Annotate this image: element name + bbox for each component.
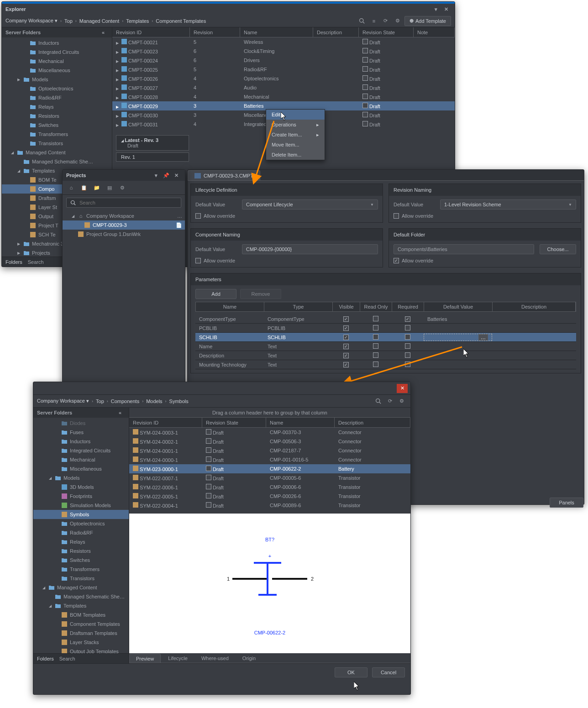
col-header[interactable]: Default Value [443, 304, 473, 309]
revnaming-override-check[interactable]: Allow override [394, 213, 576, 219]
tree-item[interactable]: Inductors [2, 38, 112, 47]
tree-item[interactable]: ▶Models [2, 75, 112, 84]
param-row[interactable]: SCHLIBSCHLIB… [195, 333, 576, 342]
compnaming-override-check[interactable]: Allow override [195, 258, 378, 263]
table-row[interactable]: ▶ CMPT-000246Drivers Draft [112, 56, 455, 65]
state-check[interactable] [362, 94, 368, 99]
tree-item[interactable]: Optoelectronics [33, 519, 129, 528]
tree-item[interactable]: Radio&RF [33, 528, 129, 537]
dialog-close-button[interactable]: ✕ [397, 384, 408, 393]
col-header[interactable]: Note [417, 30, 428, 35]
state-check[interactable] [362, 112, 368, 117]
latest-revision-card[interactable]: ◢ Latest - Rev. 3 Draft [116, 135, 189, 151]
dropdown-icon[interactable]: ▾ [431, 4, 441, 14]
tree-item[interactable]: Fuses [33, 428, 129, 437]
tree-item[interactable]: Radio&RF [2, 93, 112, 102]
tree-item[interactable]: Managed Schematic She… [2, 157, 112, 166]
readonly-check[interactable] [373, 316, 378, 321]
crumb[interactable]: Top [64, 18, 73, 24]
tree-item[interactable]: Switches [33, 556, 129, 565]
tree-item[interactable]: Simulation Models [33, 501, 129, 510]
tree-item[interactable]: Resistors [33, 546, 129, 556]
state-check[interactable] [206, 447, 211, 453]
tree-item[interactable]: Miscellaneous [33, 464, 129, 473]
dropdown-icon[interactable]: ▾ [151, 170, 161, 180]
col-header[interactable]: Visible [339, 304, 353, 309]
rev1-card[interactable]: Rev. 1 [116, 152, 189, 162]
tree-item[interactable]: Resistors [2, 111, 112, 121]
param-row[interactable]: DescriptionText [195, 351, 576, 360]
tree-item[interactable]: Layer Stacks [33, 638, 129, 647]
state-check[interactable] [206, 502, 211, 508]
crumb[interactable]: Company Workspace ▾ [37, 398, 89, 404]
table-row[interactable]: SYM-022-0007-1 DraftCMP-00005-6Transisto… [129, 473, 410, 482]
col-header[interactable]: Description [521, 304, 546, 309]
ctx-move-item[interactable]: Move Item... [266, 140, 325, 150]
tree-item[interactable]: Mechanical [2, 57, 112, 66]
col-header[interactable]: Required [398, 304, 418, 309]
required-check[interactable] [405, 343, 410, 349]
tree-item[interactable]: Transistors [33, 574, 129, 583]
state-check[interactable] [362, 84, 368, 90]
filter-icon[interactable]: ≡ [369, 16, 379, 26]
tree-item[interactable]: Project Group 1.DsnWrk [63, 230, 185, 239]
editor-tab[interactable]: CMPT-00029-3.CMPT [188, 170, 260, 180]
refresh-icon[interactable]: ⟳ [381, 16, 391, 26]
panels-button[interactable]: Panels [550, 498, 583, 508]
tab-where-used[interactable]: Where-used [195, 654, 235, 663]
ellipsis-button[interactable]: … [478, 334, 488, 341]
ctx-edit[interactable]: Edit... [266, 110, 325, 120]
ctx-create-item[interactable]: Create Item...▸ [266, 130, 325, 140]
table-row[interactable]: SYM-022-0005-1 DraftCMP-00026-6Transisto… [129, 492, 410, 501]
param-row[interactable]: Mounting TechnologyText [195, 360, 576, 369]
tree-item[interactable]: Integrated Circuits [33, 446, 129, 455]
state-check[interactable] [206, 493, 211, 498]
readonly-check[interactable] [373, 325, 378, 330]
table-row[interactable]: SYM-024-0002-1 DraftCMP-00506-3Connector [129, 437, 410, 446]
state-check[interactable] [206, 475, 211, 480]
tree-item[interactable]: Symbols [33, 510, 129, 519]
tree-item[interactable]: Managed Schematic She… [33, 592, 129, 601]
tree-item[interactable]: Inductors [33, 437, 129, 446]
table-row[interactable]: ▶ CMPT-000215Wireless Draft [112, 37, 455, 47]
tab-folders[interactable]: Folders [37, 656, 54, 661]
table-row[interactable]: SYM-024-0000-1 DraftCMP-001-0016-5Connec… [129, 455, 410, 464]
state-check[interactable] [206, 456, 211, 462]
crumb[interactable]: Managed Content [79, 18, 119, 24]
col-header[interactable]: Name [270, 420, 283, 425]
param-row[interactable]: ComponentTypeComponentTypeBatteries [195, 315, 576, 324]
col-header[interactable]: Revision State [206, 420, 238, 425]
state-check[interactable] [362, 75, 368, 81]
ok-button[interactable]: OK [335, 667, 368, 677]
pin-icon[interactable]: 📌 [161, 170, 171, 180]
tree-item[interactable]: BOM Templates [33, 610, 129, 619]
tree-item[interactable]: ◢Managed Content [33, 583, 129, 592]
state-check[interactable] [362, 103, 368, 108]
table-row[interactable]: SYM-022-0006-1 DraftCMP-00006-6Transisto… [129, 482, 410, 492]
readonly-check[interactable] [373, 343, 378, 349]
choose-button[interactable]: Choose... [540, 244, 576, 254]
tab-origin[interactable]: Origin [236, 654, 262, 663]
tree-item[interactable]: Transformers [2, 130, 112, 139]
state-check[interactable] [362, 57, 368, 63]
table-row[interactable]: SYM-022-0004-1 DraftCMP-00089-6Transisto… [129, 501, 410, 510]
param-row[interactable]: PCBLIBPCBLIB [195, 324, 576, 333]
state-check[interactable] [206, 438, 211, 444]
visible-check[interactable] [343, 344, 349, 349]
tree-item[interactable]: Switches [2, 121, 112, 130]
tree-item[interactable]: CMPT-00029-3📄 [63, 220, 185, 230]
refresh-icon[interactable]: ⟳ [385, 396, 395, 406]
tree-item[interactable]: ◢Models [33, 473, 129, 482]
crumb[interactable]: Components [111, 399, 139, 404]
col-header[interactable]: Description [317, 30, 342, 35]
required-check[interactable] [405, 334, 410, 340]
required-check[interactable] [405, 325, 410, 330]
tree-item[interactable]: Output Job Templates [33, 647, 129, 653]
tab-folders[interactable]: Folders [5, 259, 22, 265]
clipboard-icon[interactable]: 📋 [79, 183, 89, 193]
ctx-delete-item[interactable]: Delete Item... [266, 150, 325, 160]
col-header[interactable]: Read Only [364, 304, 388, 309]
revnaming-select[interactable]: 1-Level Revision Scheme▼ [440, 199, 576, 210]
tab-lifecycle[interactable]: Lifecycle [162, 654, 194, 663]
collapse-icon[interactable]: « [115, 408, 125, 418]
